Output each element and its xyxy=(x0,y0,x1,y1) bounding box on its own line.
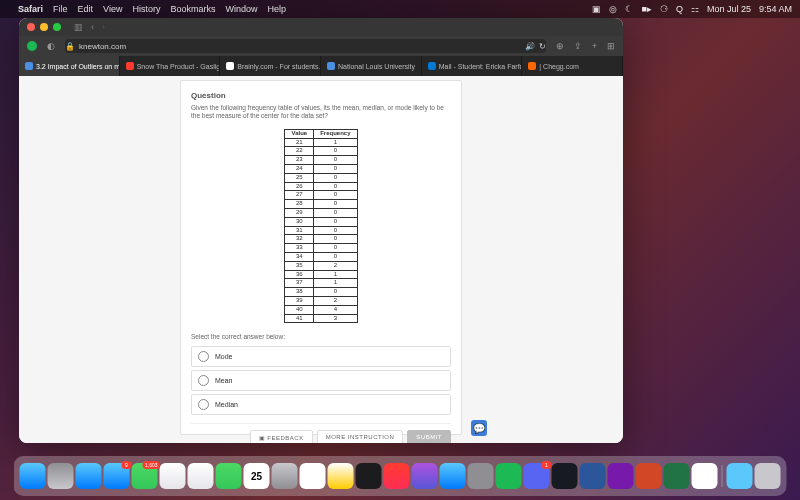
dock-excel-icon[interactable] xyxy=(664,463,690,489)
back-icon[interactable]: ‹ xyxy=(91,22,94,32)
date[interactable]: Mon Jul 25 xyxy=(707,4,751,14)
dock-reminders-icon[interactable] xyxy=(300,463,326,489)
table-row: 404 xyxy=(285,305,357,314)
dock-calendar-icon[interactable]: 25 xyxy=(244,463,270,489)
dock-contacts-icon[interactable] xyxy=(272,463,298,489)
table-cell: 0 xyxy=(314,182,357,191)
audio-icon[interactable]: 🔊 xyxy=(525,42,535,51)
table-cell: 33 xyxy=(285,244,314,253)
search-icon[interactable]: Q xyxy=(676,4,683,14)
tab-2[interactable]: Brainly.com - For students. By... xyxy=(220,56,321,76)
control-center-icon[interactable]: ⚏ xyxy=(691,4,699,14)
dock-settings-icon[interactable] xyxy=(468,463,494,489)
dock-onenote-icon[interactable] xyxy=(608,463,634,489)
dock-messages-icon[interactable]: 1,603 xyxy=(132,463,158,489)
dock-finder-icon[interactable] xyxy=(20,463,46,489)
tab-0[interactable]: 3.2 Impact of Outliers on mea... xyxy=(19,56,120,76)
maximize-button[interactable] xyxy=(53,23,61,31)
shield-report-icon[interactable]: ◐ xyxy=(47,41,55,51)
lock-icon: 🔒 xyxy=(65,42,75,51)
table-cell: 0 xyxy=(314,244,357,253)
close-button[interactable] xyxy=(27,23,35,31)
answer-option-mean[interactable]: Mean xyxy=(191,370,451,391)
dock-maps-icon[interactable] xyxy=(160,463,186,489)
address-bar[interactable]: 🔒 knewton.com 🔊 ↻ xyxy=(65,39,546,53)
dock-trash-icon[interactable] xyxy=(755,463,781,489)
forward-icon[interactable]: › xyxy=(102,22,105,32)
radio-icon xyxy=(198,399,209,410)
table-row: 392 xyxy=(285,297,357,306)
table-cell: 39 xyxy=(285,297,314,306)
dock-safari-icon[interactable] xyxy=(76,463,102,489)
favicon xyxy=(327,62,335,70)
table-cell: 31 xyxy=(285,226,314,235)
table-row: 380 xyxy=(285,288,357,297)
tabs-overview-icon[interactable]: ⊞ xyxy=(607,41,615,51)
menu-help[interactable]: Help xyxy=(267,4,286,14)
table-cell: 0 xyxy=(314,147,357,156)
dock-discord-icon[interactable]: 1 xyxy=(524,463,550,489)
privacy-shield-icon[interactable] xyxy=(27,41,37,51)
table-cell: 41 xyxy=(285,314,314,323)
menu-file[interactable]: File xyxy=(53,4,68,14)
help-chat-icon[interactable]: 💬 xyxy=(471,420,487,436)
download-icon[interactable]: ⊕ xyxy=(556,41,564,51)
dock-separator xyxy=(722,465,723,487)
feedback-button[interactable]: ▣ FEEDBACK xyxy=(250,430,313,443)
dock: 91,603251 xyxy=(14,456,787,496)
dock-steam-icon[interactable] xyxy=(552,463,578,489)
moon-icon[interactable]: ☾ xyxy=(625,4,633,14)
select-answer-label: Select the correct answer below: xyxy=(191,333,451,340)
dock-podcasts-icon[interactable] xyxy=(412,463,438,489)
dock-photos-icon[interactable] xyxy=(188,463,214,489)
more-instruction-button[interactable]: MORE INSTRUCTION xyxy=(317,430,404,443)
dock-powerpoint-icon[interactable] xyxy=(636,463,662,489)
wifi-icon[interactable]: ⚆ xyxy=(660,4,668,14)
dock-word-icon[interactable] xyxy=(580,463,606,489)
menu-view[interactable]: View xyxy=(103,4,122,14)
app-name[interactable]: Safari xyxy=(18,4,43,14)
table-cell: 23 xyxy=(285,156,314,165)
table-row: 330 xyxy=(285,244,357,253)
dock-launchpad-icon[interactable] xyxy=(48,463,74,489)
tab-1[interactable]: Snow Tha Product - Gaslight...🔇 xyxy=(120,56,221,76)
table-cell: 37 xyxy=(285,279,314,288)
dock-appstore-icon[interactable] xyxy=(440,463,466,489)
dock-music-icon[interactable] xyxy=(384,463,410,489)
answer-option-median[interactable]: Median xyxy=(191,394,451,415)
menu-history[interactable]: History xyxy=(132,4,160,14)
dock-downloads-icon[interactable] xyxy=(727,463,753,489)
menu-window[interactable]: Window xyxy=(225,4,257,14)
tab-3[interactable]: National Louis University xyxy=(321,56,422,76)
table-cell: 0 xyxy=(314,191,357,200)
table-cell: 27 xyxy=(285,191,314,200)
tab-5[interactable]: | Chegg.com xyxy=(522,56,623,76)
share-icon[interactable]: ⇪ xyxy=(574,41,582,51)
dock-facetime-icon[interactable] xyxy=(216,463,242,489)
table-cell: 25 xyxy=(285,173,314,182)
table-cell: 34 xyxy=(285,253,314,262)
table-cell: 40 xyxy=(285,305,314,314)
display-icon[interactable]: ◎ xyxy=(609,4,617,14)
answer-option-mode[interactable]: Mode xyxy=(191,346,451,367)
dock-tv-icon[interactable] xyxy=(356,463,382,489)
table-cell: 26 xyxy=(285,182,314,191)
reload-icon[interactable]: ↻ xyxy=(539,42,546,51)
menu-bookmarks[interactable]: Bookmarks xyxy=(170,4,215,14)
screen-record-icon[interactable]: ▣ xyxy=(592,4,601,14)
tab-4[interactable]: Mail - Student: Ericka Farfan (... xyxy=(422,56,523,76)
submit-button[interactable]: SUBMIT xyxy=(407,430,451,443)
new-tab-icon[interactable]: + xyxy=(592,41,597,51)
table-row: 250 xyxy=(285,173,357,182)
table-cell: 29 xyxy=(285,209,314,218)
dock-mail-icon[interactable]: 9 xyxy=(104,463,130,489)
dock-spotify-icon[interactable] xyxy=(496,463,522,489)
menu-edit[interactable]: Edit xyxy=(78,4,94,14)
tab-label: Snow Tha Product - Gaslight... xyxy=(137,63,221,70)
dock-citrix-icon[interactable] xyxy=(692,463,718,489)
dock-notes-icon[interactable] xyxy=(328,463,354,489)
battery-icon[interactable]: ■▸ xyxy=(641,4,651,14)
minimize-button[interactable] xyxy=(40,23,48,31)
sidebar-icon[interactable]: ▥ xyxy=(74,22,83,32)
time[interactable]: 9:54 AM xyxy=(759,4,792,14)
